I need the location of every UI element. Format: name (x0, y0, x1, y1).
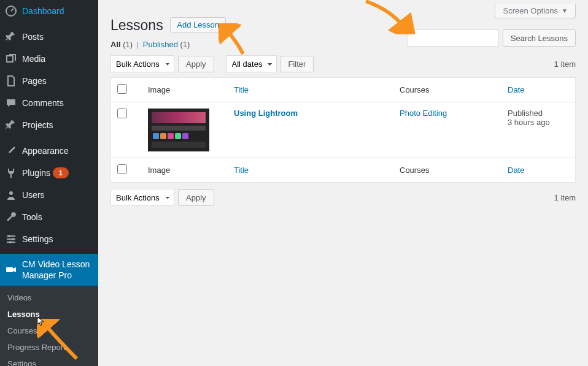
sidebar-label: Users (22, 190, 45, 200)
submenu-lessons[interactable]: Lessons (0, 306, 98, 322)
wrench-icon (5, 211, 17, 223)
sidebar-label: CM Video Lesson Manager Pro (22, 259, 93, 281)
submenu-courses[interactable]: Courses (0, 322, 98, 339)
sidebar-label: Appearance (22, 146, 69, 156)
col-image: Image (142, 158, 228, 183)
col-title-sort[interactable]: Title (234, 166, 249, 175)
lesson-title-link[interactable]: Using Lightroom (234, 109, 298, 118)
row-status: Published (508, 109, 543, 118)
lesson-course-link[interactable]: Photo Editing (400, 109, 447, 118)
screen-options-toggle[interactable]: Screen Options ▼ (495, 4, 576, 18)
svg-point-2 (9, 191, 13, 195)
sidebar-label: Projects (22, 120, 53, 130)
dashboard-icon (5, 5, 17, 17)
search-input[interactable] (407, 29, 499, 47)
col-date-sort[interactable]: Date (508, 85, 524, 94)
sidebar-label: Dashboard (22, 6, 64, 16)
sidebar-label: Settings (22, 234, 53, 244)
select-all-checkbox-bottom[interactable] (117, 164, 127, 174)
col-image: Image (142, 78, 228, 102)
filter-all-count: (1) (123, 40, 133, 49)
svg-point-4 (12, 238, 14, 240)
comment-icon (5, 97, 17, 109)
sidebar-label: Plugins (22, 168, 50, 178)
lesson-thumbnail (148, 109, 209, 151)
sidebar-item-pages[interactable]: Pages (0, 70, 98, 92)
bulk-actions-select[interactable]: Bulk Actions (110, 55, 174, 72)
sidebar-label: Tools (22, 212, 42, 222)
col-courses: Courses (393, 158, 501, 183)
lessons-table: Image Title Courses Date Using Lightroom… (110, 77, 576, 183)
update-badge: 1 (53, 167, 69, 178)
page-title: Lessons (110, 17, 163, 34)
col-date-sort[interactable]: Date (508, 166, 524, 175)
brush-icon (5, 145, 17, 157)
svg-point-5 (9, 241, 12, 243)
screen-options-label: Screen Options (503, 6, 558, 15)
user-icon (5, 189, 17, 201)
submenu-progress-report[interactable]: Progress Report (0, 339, 98, 356)
sidebar-item-comments[interactable]: Comments (0, 92, 98, 114)
table-row: Using Lightroom Photo Editing Published … (111, 102, 576, 158)
col-courses: Courses (393, 78, 501, 102)
main-content: Screen Options ▼ Lessons Add Lesson All … (98, 0, 588, 366)
sidebar-item-tools[interactable]: Tools (0, 206, 98, 228)
plug-icon (5, 167, 17, 179)
svg-point-3 (8, 235, 10, 237)
filter-published[interactable]: Published (143, 40, 178, 49)
filter-all[interactable]: All (110, 40, 121, 49)
item-count: 1 item (554, 59, 576, 69)
sidebar-label: Pages (22, 76, 47, 86)
apply-bulk-button[interactable]: Apply (178, 56, 214, 72)
sidebar-item-projects[interactable]: Projects (0, 114, 98, 136)
select-all-checkbox[interactable] (117, 84, 127, 94)
sidebar-item-dashboard[interactable]: Dashboard (0, 0, 98, 22)
sidebar-item-settings[interactable]: Settings (0, 228, 98, 250)
video-icon (5, 264, 17, 276)
submenu-settings[interactable]: Settings (0, 356, 98, 366)
chevron-down-icon: ▼ (562, 7, 568, 14)
submenu-videos[interactable]: Videos (0, 289, 98, 306)
sidebar-label: Comments (22, 98, 64, 108)
item-count-bottom: 1 item (554, 193, 576, 202)
media-icon (5, 53, 17, 65)
admin-sidebar: Dashboard Posts Media Pages Comments Pro… (0, 0, 98, 366)
bulk-actions-select-bottom[interactable]: Bulk Actions (110, 189, 174, 206)
sidebar-item-cm-video-lesson[interactable]: CM Video Lesson Manager Pro (0, 254, 98, 286)
sidebar-submenu: Videos Lessons Courses Progress Report S… (0, 286, 98, 366)
filter-button[interactable]: Filter (280, 56, 314, 72)
pin-icon (5, 31, 17, 43)
sidebar-item-posts[interactable]: Posts (0, 26, 98, 48)
add-lesson-button[interactable]: Add Lesson (170, 17, 226, 32)
filter-published-count: (1) (180, 40, 190, 49)
apply-bulk-button-bottom[interactable]: Apply (178, 189, 214, 206)
sidebar-item-media[interactable]: Media (0, 48, 98, 70)
tablenav-top: Bulk Actions Apply All dates Filter 1 it… (110, 55, 576, 72)
date-filter-select[interactable]: All dates (226, 55, 277, 72)
search-lessons-button[interactable]: Search Lessons (503, 29, 576, 47)
sidebar-item-plugins[interactable]: Plugins 1 (0, 162, 98, 184)
page-icon (5, 75, 17, 87)
col-title-sort[interactable]: Title (234, 85, 249, 94)
row-checkbox[interactable] (117, 109, 127, 118)
sidebar-item-users[interactable]: Users (0, 184, 98, 206)
tablenav-bottom: Bulk Actions Apply 1 item (110, 189, 576, 206)
sidebar-label: Posts (22, 32, 44, 42)
sidebar-label: Media (22, 54, 45, 64)
svg-rect-6 (6, 267, 13, 272)
pin-icon (5, 119, 17, 131)
svg-rect-1 (7, 56, 13, 62)
sliders-icon (5, 233, 17, 245)
row-age: 3 hours ago (508, 118, 550, 127)
sidebar-item-appearance[interactable]: Appearance (0, 140, 98, 162)
